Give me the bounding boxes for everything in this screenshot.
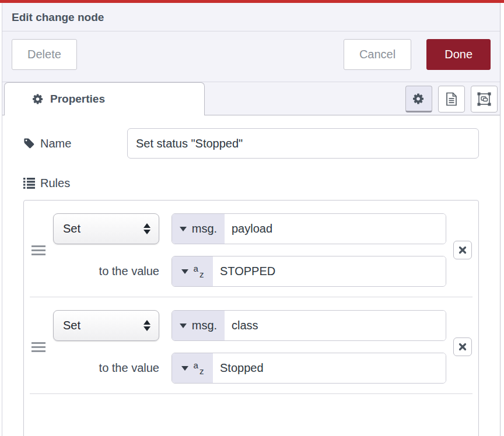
gear-icon (33, 93, 44, 105)
rule-value-typed-input: a z (172, 256, 446, 287)
dialog-title: Edit change node (12, 11, 491, 24)
rule-action-select[interactable]: Set (53, 213, 159, 244)
to-the-value-label: to the value (53, 361, 159, 375)
drag-handle-icon[interactable] (32, 245, 46, 255)
properties-form: Name Rules (2, 115, 500, 436)
tab-action-buttons (405, 86, 498, 112)
rule-property-input[interactable] (225, 311, 446, 340)
dialog-header: Edit change node (2, 3, 500, 31)
rule-body: Set msg. to the value (53, 213, 446, 287)
rule-property-input[interactable] (225, 214, 446, 244)
rule-row: Set msg. to the value (24, 297, 478, 393)
close-icon (459, 246, 467, 254)
rule-property-row: Set msg. (53, 213, 446, 244)
description-document-button[interactable] (438, 86, 465, 112)
name-row: Name (23, 128, 479, 159)
list-icon (23, 178, 35, 189)
property-type-label: msg. (192, 222, 217, 235)
to-the-value-label: to the value (53, 265, 159, 278)
property-type-button[interactable]: msg. (172, 311, 225, 340)
remove-rule-button[interactable] (453, 241, 472, 259)
string-type-icon: a z (194, 265, 204, 278)
rule-property-row: Set msg. (53, 310, 446, 341)
rule-property-typed-input: msg. (172, 310, 446, 341)
delete-button[interactable]: Delete (12, 39, 77, 70)
appearance-icon (477, 92, 491, 106)
chevron-down-icon (180, 227, 187, 231)
value-type-button[interactable]: a z (172, 256, 213, 286)
rule-value-row: to the value a z (53, 256, 446, 287)
properties-gear-button[interactable] (405, 86, 432, 112)
edit-change-node-dialog: Edit change node Delete Cancel Done Prop… (2, 3, 501, 436)
property-type-label: msg. (192, 319, 217, 332)
rule-action-value: Set (63, 319, 80, 332)
rule-value-input[interactable] (213, 353, 446, 383)
rule-action-select[interactable]: Set (53, 310, 159, 341)
rule-remove-column (446, 213, 478, 287)
rule-value-typed-input: a z (172, 353, 446, 384)
remove-rule-button[interactable] (453, 337, 472, 356)
chevron-down-icon (180, 324, 187, 328)
rule-drag-column (24, 310, 53, 384)
tab-properties[interactable]: Properties (4, 82, 205, 115)
name-input[interactable] (127, 128, 479, 159)
rules-label: Rules (23, 177, 127, 190)
select-arrows-icon (144, 320, 150, 331)
value-type-button[interactable]: a z (172, 353, 213, 383)
cancel-button[interactable]: Cancel (344, 39, 411, 70)
rule-body: Set msg. to the value (53, 310, 446, 384)
rules-label-text: Rules (40, 177, 70, 190)
done-button[interactable]: Done (426, 39, 491, 70)
document-icon (446, 92, 457, 106)
tab-properties-label: Properties (50, 93, 105, 106)
property-type-button[interactable]: msg. (172, 214, 225, 244)
rule-drag-column (24, 213, 53, 287)
rule-remove-column (446, 310, 478, 384)
rule-row: Set msg. to the value (24, 201, 478, 297)
name-label: Name (23, 137, 127, 150)
rule-action-value: Set (63, 222, 80, 235)
rule-value-row: to the value a z (53, 353, 446, 384)
tag-icon (23, 138, 35, 149)
chevron-down-icon (181, 269, 188, 274)
rule-separator (30, 393, 473, 394)
rule-value-input[interactable] (213, 256, 446, 286)
select-arrows-icon (144, 223, 150, 234)
string-type-icon: a z (194, 362, 204, 375)
close-icon (459, 343, 467, 351)
dialog-button-bar: Delete Cancel Done (2, 31, 500, 82)
appearance-button[interactable] (471, 86, 498, 112)
chevron-down-icon (181, 366, 188, 371)
drag-handle-icon[interactable] (32, 342, 46, 352)
editor-tab-bar: Properties (2, 82, 500, 115)
rules-list: Set msg. to the value (23, 200, 479, 436)
rule-property-typed-input: msg. (172, 213, 446, 244)
gear-icon (413, 93, 425, 105)
name-label-text: Name (40, 137, 71, 150)
